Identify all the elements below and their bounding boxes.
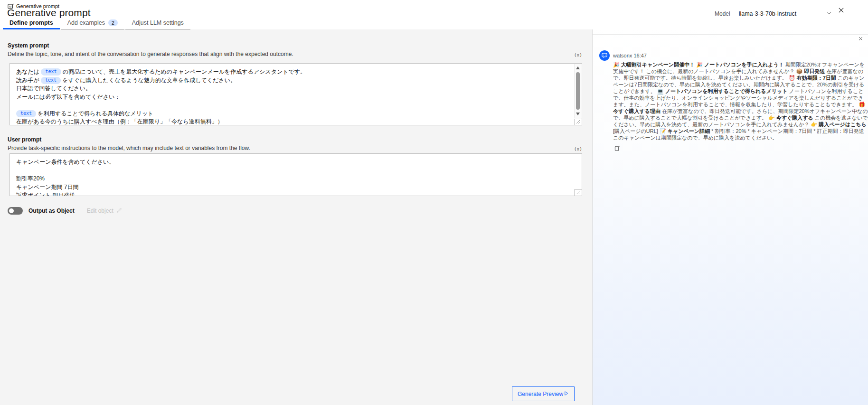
examples-count-badge: 2 [108,19,118,26]
page-title: Generative prompt [7,7,91,19]
app-header: AI Generative prompt Generative prompt M… [0,0,868,29]
tab-label: Define prompts [9,19,53,26]
system-prompt-description: Define the topic, tone, and intent of th… [8,51,293,57]
user-prompt-description: Provide task-specific instructions to th… [8,145,250,151]
resize-handle[interactable] [574,189,582,196]
model-label: Model [715,10,730,17]
close-icon[interactable] [837,6,846,15]
tab-define-prompts[interactable]: Define prompts [3,18,60,29]
textarea-scrollbar [574,64,581,118]
watsonx-avatar [599,50,610,61]
tab-bar: Define prompts Add examples 2 Adjust LLM… [3,18,190,29]
panel-divider [593,34,868,35]
user-prompt-text: キャンペーン条件を含めてください。 割引率20%キャンペーン期間 7日間訴求ポイ… [10,154,582,196]
tab-add-examples[interactable]: Add examples 2 [61,18,124,29]
message-container: 🎉 大幅割引キャンペーン開催中！ 🎉 ノートパソコンを手に入れよう！ 期間限定2… [613,61,868,152]
model-dropdown[interactable]: llama-3-3-70b-instruct [739,10,832,17]
variable-chip[interactable]: text [16,110,36,117]
edit-object-button[interactable]: Edit object [87,207,122,215]
scrollbar-thumb[interactable] [576,72,580,110]
output-toggle-label: Output as Object [28,207,75,214]
variable-chip[interactable]: text [41,77,61,84]
system-prompt-text: あなたは text の商品について、売上を最大化するためのキャンペーンメールを作… [10,64,582,125]
user-prompt-label: User prompt [8,136,41,143]
tab-label: Adjust LLM settings [132,19,184,26]
preview-chat-panel: watsonx 16:47 🎉 大幅割引キャンペーン開催中！ 🎉 ノートパソコン… [592,29,868,405]
user-prompt-textarea[interactable]: キャンペーン条件を含めてください。 割引率20%キャンペーン期間 7日間訴求ポイ… [9,153,582,196]
play-icon [564,391,569,397]
panel-close-icon[interactable] [857,35,864,42]
variable-chip[interactable]: text [41,68,61,75]
tab-label: Add examples [67,19,105,26]
define-prompts-pane: System prompt Define the topic, tone, an… [0,29,592,405]
chevron-down-icon [826,10,832,17]
insert-variable-icon[interactable]: (x) [569,52,582,57]
message-text: 🎉 大幅割引キャンペーン開催中！ 🎉 ノートパソコンを手に入れよう！ 期間限定2… [613,61,868,141]
output-toggle-row: Output as Object Edit object [8,207,122,215]
resize-handle[interactable] [574,119,582,125]
system-prompt-label: System prompt [8,42,49,49]
scroll-down-icon[interactable] [575,111,581,117]
insert-variable-icon[interactable]: (x) [569,146,582,151]
model-dropdown-value: llama-3-3-70b-instruct [739,10,797,17]
message-sender: watsonx 16:47 [613,53,647,58]
system-prompt-textarea[interactable]: あなたは text の商品について、売上を最大化するためのキャンペーンメールを作… [9,63,582,125]
model-selector-row: Model llama-3-3-70b-instruct [715,10,832,17]
pencil-icon [116,207,122,215]
generate-preview-label: Generate Preview [518,391,563,397]
tab-adjust-llm-settings[interactable]: Adjust LLM settings [125,18,190,29]
output-as-object-toggle[interactable] [8,207,23,215]
generate-preview-button[interactable]: Generate Preview [512,386,575,401]
copy-icon[interactable] [613,144,621,152]
scroll-up-icon[interactable] [575,65,581,71]
edit-object-label: Edit object [87,207,113,214]
